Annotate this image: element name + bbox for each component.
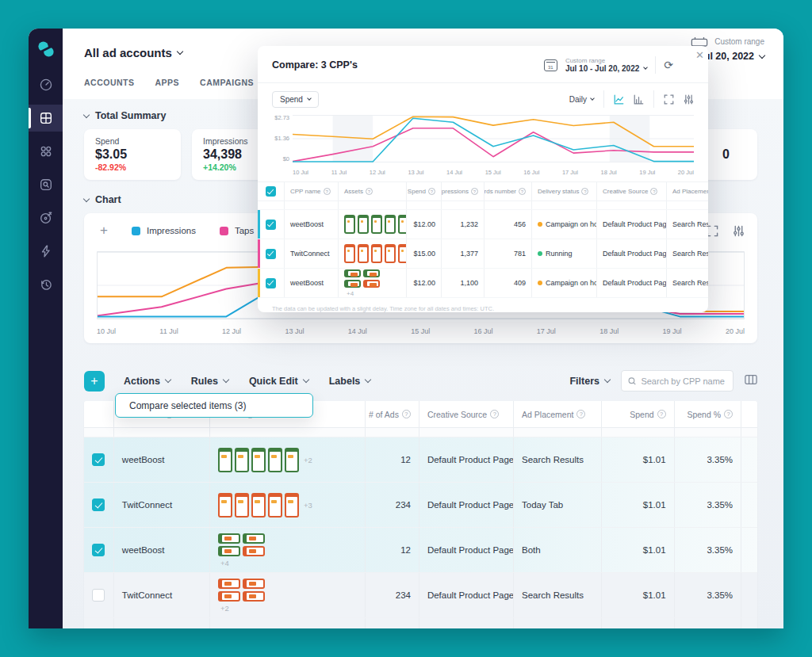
toolbar-menus: ActionsRulesQuick EditLabels: [124, 376, 370, 387]
compare-chart-area: $2.73$1.36$0 10 Jul11 Jul12 Jul13 Jul14 …: [258, 113, 708, 176]
status-label: Running: [546, 250, 573, 258]
expand-icon[interactable]: [707, 225, 718, 237]
row-checkbox[interactable]: [92, 544, 105, 556]
row-checkbox[interactable]: [92, 453, 105, 466]
row-checkbox[interactable]: [266, 220, 276, 230]
legend-item[interactable]: Impressions: [132, 226, 196, 235]
x-tick-label: 19 Jul: [639, 169, 655, 176]
legend-item[interactable]: Taps: [220, 226, 254, 235]
bolt-icon: [39, 244, 53, 258]
sliders-icon[interactable]: [733, 225, 745, 237]
menu-actions[interactable]: Actions: [124, 376, 170, 387]
add-cpp-button[interactable]: +: [84, 371, 105, 392]
refresh-icon[interactable]: ⟳: [664, 59, 673, 71]
divider: [653, 90, 654, 108]
tab-campaigns[interactable]: CAMPAIGNS: [200, 78, 254, 87]
asset-thumbnails: [218, 628, 295, 629]
interval-selector[interactable]: Daily: [569, 95, 594, 104]
add-metric-button[interactable]: +: [97, 223, 111, 239]
sliders-icon[interactable]: [684, 94, 694, 105]
table-row[interactable]: weetBoost+412Default Product PageBoth$1.…: [84, 528, 757, 573]
info-icon: ?: [402, 410, 411, 418]
table-row[interactable]: TwitConnect+2234Default Product PageSear…: [84, 573, 757, 618]
table-cell: 456: [485, 210, 532, 239]
select-all-checkbox[interactable]: [266, 186, 276, 197]
legend-label: Taps: [235, 226, 254, 235]
table-cell: +2: [210, 437, 366, 482]
tab-apps[interactable]: APPS: [155, 78, 180, 87]
asset-thumb: [235, 448, 249, 472]
compare-table-row[interactable]: weetBoost+2$12.001,232456Campaign on hol…: [258, 210, 708, 239]
x-tick-label: 17 Jul: [562, 169, 578, 176]
sidebar-item-keywords[interactable]: [29, 171, 63, 198]
bar-chart-icon[interactable]: [634, 94, 644, 105]
asset-more-count: +4: [347, 290, 354, 297]
sidebar-item-apps[interactable]: [29, 138, 63, 165]
asset-thumb: [243, 533, 265, 544]
table-cell: $12.00: [407, 269, 442, 297]
info-icon: ?: [576, 410, 585, 418]
target-icon: [39, 211, 53, 225]
column-header: Delivery status?: [532, 182, 597, 201]
asset-thumb: [285, 493, 299, 518]
account-selector[interactable]: All ad accounts: [84, 46, 182, 59]
menu-rules[interactable]: Rules: [191, 376, 228, 387]
x-tick-label: 18 Jul: [599, 327, 619, 335]
table-cell: [741, 437, 757, 482]
asset-thumbnails: +3: [218, 493, 312, 518]
actions-dropdown-item-compare[interactable]: Compare selected items (3): [115, 393, 313, 418]
y-tick-label: $0: [270, 155, 289, 162]
table-cell: 409: [485, 269, 532, 297]
sidebar-item-goals[interactable]: [29, 204, 63, 231]
table-cell: $1.01: [602, 437, 674, 482]
column-header: Ad Placement?: [514, 401, 602, 427]
compare-table-row[interactable]: TwitConnect+3$15.001,377781RunningDefaul…: [258, 239, 708, 269]
filters-button[interactable]: Filters: [569, 376, 610, 387]
history-icon: [39, 277, 53, 292]
info-icon: ?: [650, 188, 657, 195]
table-cell: [741, 483, 757, 527]
table-row[interactable]: weetBoost12Default Product PageToday Tab…: [84, 618, 757, 628]
sidebar-item-history[interactable]: [29, 271, 63, 298]
sidebar-item-dashboard[interactable]: [29, 71, 63, 98]
sidebar-item-automation[interactable]: [29, 238, 63, 265]
asset-thumbnails: +3: [344, 244, 407, 263]
menu-labels[interactable]: Labels: [329, 376, 371, 387]
x-tick-label: 17 Jul: [537, 327, 556, 335]
column-header: Ad Placement?: [667, 182, 708, 201]
asset-thumb: [371, 215, 382, 234]
line-chart-icon[interactable]: [614, 94, 624, 105]
menu-quick-edit[interactable]: Quick Edit: [249, 376, 308, 387]
gauge-icon: [39, 78, 53, 92]
expand-icon[interactable]: [664, 94, 674, 105]
info-icon: ?: [428, 188, 435, 195]
brand-logo[interactable]: [36, 40, 56, 59]
asset-thumbnails: +4: [344, 269, 381, 297]
row-checkbox[interactable]: [266, 278, 276, 288]
close-icon[interactable]: ✕: [695, 50, 704, 60]
metric-selector[interactable]: Spend: [272, 91, 319, 108]
asset-photo-thumb: [234, 628, 247, 629]
row-checkbox[interactable]: [92, 498, 105, 511]
table-row[interactable]: TwitConnect+3234Default Product PageToda…: [84, 483, 757, 528]
tab-accounts[interactable]: ACCOUNTS: [84, 78, 135, 87]
row-accent: [258, 269, 260, 297]
sidebar-item-campaigns[interactable]: [29, 105, 63, 132]
table-cell: Search Results: [667, 239, 708, 268]
column-header: [264, 182, 285, 201]
search-input[interactable]: [641, 376, 726, 386]
table-row[interactable]: weetBoost+212Default Product PageSearch …: [84, 437, 757, 483]
compare-table-row[interactable]: weetBoost+4$12.001,100409Campaign on hol…: [258, 269, 708, 298]
asset-thumb: [385, 215, 396, 234]
table-cell: 234: [366, 573, 419, 617]
columns-settings-button[interactable]: [745, 374, 757, 388]
asset-more-count: +4: [220, 559, 229, 567]
row-checkbox[interactable]: [266, 249, 276, 259]
row-checkbox[interactable]: [92, 589, 105, 602]
table-cell: Search Results: [667, 210, 708, 239]
modal-date-range-picker[interactable]: 31 Custom range Jul 10 - Jul 20, 2022 ⟳: [544, 56, 673, 74]
table-cell: 12: [366, 437, 419, 482]
column-header: Keywords number?: [485, 182, 532, 201]
legend-swatch: [132, 227, 140, 235]
table-cell: $1.01: [602, 483, 674, 527]
